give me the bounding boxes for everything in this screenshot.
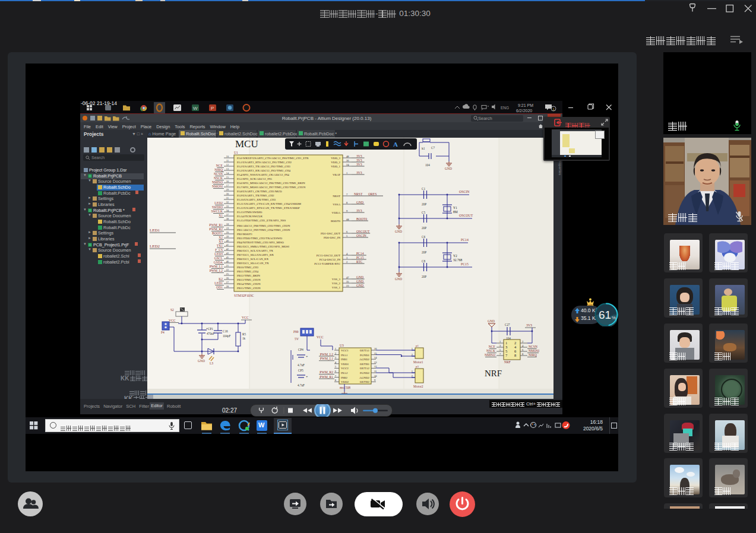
svg-text:PA4/SPI1_NSS/USART2_CK/ADC12_I: PA4/SPI1_NSS/USART2_CK/ADC12_IN4 <box>237 173 289 176</box>
svg-text:ORES: ORES <box>368 192 377 196</box>
svg-text:30: 30 <box>226 192 229 195</box>
svg-text:PA7/SPI1_MOSI/ADC12_IN7/TIM3_C: PA7/SPI1_MOSI/ADC12_IN7/TIM3_CH2/TIM1_CH… <box>237 186 306 189</box>
svg-text:36: 36 <box>346 159 349 162</box>
svg-text:PB7/I2C1_SDA/USART1_RX: PB7/I2C1_SDA/USART1_RX <box>237 253 274 256</box>
svg-text:20P: 20P <box>422 202 426 206</box>
svg-text:INA1: INA1 <box>341 354 348 357</box>
svg-text:NIRQ: NIRQ <box>529 353 537 357</box>
svg-text:NIRQ: NIRQ <box>214 168 223 172</box>
svg-text:33: 33 <box>226 205 229 208</box>
svg-text:BOOT0: BOOT0 <box>356 217 367 221</box>
svg-text:PB0/ADC12_IN8/TIM3_CH3/TIM1_CH: PB0/ADC12_IN8/TIM3_CH3/TIM1_CH2N <box>237 224 290 227</box>
svg-text:PA6/SPI1_MISO/ADC12_IN6/TIM3_C: PA6/SPI1_MISO/ADC12_IN6/TIM3_CH1/TIM1_BK… <box>237 182 305 185</box>
svg-text:24: 24 <box>346 163 349 166</box>
svg-text:1: 1 <box>346 172 347 175</box>
svg-text:104: 104 <box>425 163 430 167</box>
svg-text:5V: 5V <box>295 337 299 341</box>
svg-text:LED3: LED3 <box>214 252 223 256</box>
svg-text:2: 2 <box>346 261 347 264</box>
svg-text:P99: P99 <box>293 330 299 334</box>
svg-text:CP5: CP5 <box>298 369 303 372</box>
svg-text:OSCOUT: OSCOUT <box>459 214 473 217</box>
svg-text:ENG: ENG <box>501 106 509 110</box>
svg-text:VCC1: VCC1 <box>341 349 349 352</box>
svg-text:PWM_R2: PWM_R2 <box>320 370 333 374</box>
svg-text:VCC: VCC <box>169 319 176 322</box>
svg-text:15: 15 <box>374 352 377 355</box>
svg-text:STM32F103C: STM32F103C <box>234 294 254 297</box>
svg-text:VBAT: VBAT <box>333 173 340 176</box>
svg-text:28: 28 <box>226 285 229 288</box>
svg-text:VCC: VCC <box>317 335 324 339</box>
svg-text:SWDIO: SWDIO <box>212 205 223 209</box>
svg-text:3V3: 3V3 <box>356 163 362 166</box>
svg-text:LED2: LED2 <box>214 201 223 205</box>
svg-text:NRST: NRST <box>333 195 340 198</box>
svg-text:GND: GND <box>445 167 452 170</box>
svg-text:PA14/JTCK/SWCLK: PA14/JTCK/SWCLK <box>237 215 263 218</box>
svg-text:C1: C1 <box>422 187 425 191</box>
svg-text:42: 42 <box>226 248 229 250</box>
svg-text:104pF: 104pF <box>223 334 230 338</box>
svg-text:PB12/TIM1_BKIN: PB12/TIM1_BKIN <box>237 274 260 277</box>
svg-text:C6: C6 <box>422 235 425 239</box>
svg-text:VCC: VCC <box>242 316 249 319</box>
svg-text:F_CS: F_CS <box>215 248 223 252</box>
svg-text:OUTA1: OUTA1 <box>360 349 369 352</box>
svg-text:GND: GND <box>488 319 495 323</box>
svg-text:OSCIN: OSCIN <box>356 234 366 237</box>
svg-text:46: 46 <box>226 260 229 263</box>
svg-text:PWM_R1: PWM_R1 <box>320 375 333 379</box>
svg-text:PWM_L1: PWM_L1 <box>210 265 223 268</box>
svg-text:PD0-OSC_IN: PD0-OSC_IN <box>324 236 340 239</box>
svg-text:PA13/JTMS/SWDIO: PA13/JTMS/SWDIO <box>237 211 262 214</box>
svg-text:PC15-OSC32_OUT: PC15-OSC32_OUT <box>317 254 340 257</box>
svg-text:INA2: INA2 <box>341 372 348 375</box>
svg-text:MCU: MCU <box>235 138 258 150</box>
svg-text:NCSN: NCSN <box>529 345 537 348</box>
svg-text:PWM_R1: PWM_R1 <box>209 223 223 227</box>
svg-text:VCC2: VCC2 <box>341 367 349 370</box>
svg-text:NSCK: NSCK <box>486 349 495 353</box>
svg-text:NCSN: NCSN <box>214 172 223 176</box>
svg-text:GND: GND <box>356 280 363 283</box>
svg-text:PA2/USART2_TX/ADC12_IN2/TIM2_C: PA2/USART2_TX/ADC12_IN2/TIM2_CH3 <box>237 165 290 168</box>
svg-text:2: 2 <box>412 375 413 377</box>
svg-text:1: 1 <box>412 347 413 350</box>
svg-text:3V3: 3V3 <box>356 158 362 162</box>
svg-text:GND: GND <box>356 201 363 204</box>
svg-text:PC13-TAMPER-RTC: PC13-TAMPER-RTC <box>314 262 340 265</box>
svg-text:Motor2: Motor2 <box>413 385 423 388</box>
svg-text:PB13/TIM1_CH1N: PB13/TIM1_CH1N <box>237 278 261 281</box>
svg-text:U1: U1 <box>234 151 238 154</box>
svg-text:GND: GND <box>395 230 402 233</box>
svg-text:%: % <box>612 315 616 321</box>
svg-text:VDD2: VDD2 <box>341 380 349 383</box>
svg-text:PB3/JTDO/TIM2_CH2/TRACESWO: PB3/JTDO/TIM2_CH2/TRACESWO <box>237 237 283 240</box>
svg-text:X2: X2 <box>219 236 223 239</box>
svg-text:NSCK: NSCK <box>214 176 223 180</box>
svg-text:OUTB2: OUTB2 <box>360 380 370 383</box>
svg-text:A: A <box>393 141 398 148</box>
svg-text:C16: C16 <box>223 329 228 333</box>
svg-text:3V3: 3V3 <box>356 171 362 175</box>
svg-text:GND: GND <box>356 284 363 287</box>
svg-text:1: 1 <box>412 370 413 373</box>
svg-text:PC15: PC15 <box>461 262 469 266</box>
svg-text:22: 22 <box>226 268 229 271</box>
svg-text:20P: 20P <box>422 226 426 230</box>
svg-text:31: 31 <box>226 196 229 199</box>
svg-text:GND: GND <box>395 277 402 281</box>
svg-text:43: 43 <box>226 252 229 255</box>
svg-text:W: W <box>193 106 198 111</box>
svg-text:VSS_3: VSS_3 <box>332 278 341 281</box>
svg-text:5: 5 <box>505 349 507 353</box>
svg-text:9:21 PM: 9:21 PM <box>518 103 533 107</box>
svg-text:GSDA: GSDA <box>214 261 223 264</box>
svg-text:NCE: NCE <box>489 345 496 348</box>
svg-text:2: 2 <box>335 352 336 355</box>
svg-text:LED2: LED2 <box>150 244 160 249</box>
svg-text:470uF: 470uF <box>207 332 214 335</box>
svg-text:PWM_L2: PWM_L2 <box>320 353 334 356</box>
svg-text:R5: R5 <box>242 332 246 336</box>
